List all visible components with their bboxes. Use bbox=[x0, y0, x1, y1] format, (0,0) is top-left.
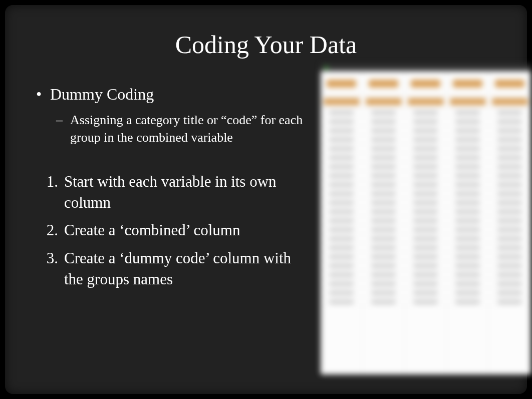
window-dot-icon bbox=[325, 66, 328, 70]
spreadsheet-titlebar bbox=[321, 64, 531, 71]
spreadsheet-subheaders bbox=[321, 96, 531, 108]
spreadsheet-col bbox=[363, 108, 405, 374]
header-cell bbox=[405, 71, 447, 96]
image-column bbox=[321, 84, 502, 297]
step-item: Start with each variable in its own colu… bbox=[30, 171, 311, 213]
sub-bullet-list: Assigning a category title or “code” for… bbox=[50, 111, 311, 146]
spreadsheet-headers bbox=[321, 71, 531, 96]
step-item: Create a ‘combined’ column bbox=[30, 220, 311, 241]
spreadsheet-preview bbox=[321, 64, 531, 374]
bullet-list: Dummy Coding Assigning a category title … bbox=[30, 84, 311, 146]
step-item: Create a ‘dummy code’ column with the gr… bbox=[30, 248, 311, 290]
sub-bullet-item: Assigning a category title or “code” for… bbox=[50, 111, 311, 146]
slide-title: Coding Your Data bbox=[30, 30, 502, 59]
spreadsheet-col bbox=[405, 108, 447, 374]
content-row: Dummy Coding Assigning a category title … bbox=[30, 84, 502, 297]
steps-list: Start with each variable in its own colu… bbox=[30, 171, 311, 290]
header-cell bbox=[321, 71, 363, 96]
spreadsheet-col bbox=[489, 108, 531, 374]
spreadsheet-col bbox=[321, 108, 363, 374]
text-column: Dummy Coding Assigning a category title … bbox=[30, 84, 311, 297]
spreadsheet-body bbox=[321, 108, 531, 374]
bullet-main-text: Dummy Coding bbox=[50, 85, 154, 103]
header-cell bbox=[447, 71, 489, 96]
slide: Coding Your Data Dummy Coding Assigning … bbox=[5, 5, 527, 394]
header-cell bbox=[489, 71, 531, 96]
spreadsheet-col bbox=[447, 108, 489, 374]
bullet-item: Dummy Coding Assigning a category title … bbox=[30, 84, 311, 146]
header-cell bbox=[363, 71, 405, 96]
